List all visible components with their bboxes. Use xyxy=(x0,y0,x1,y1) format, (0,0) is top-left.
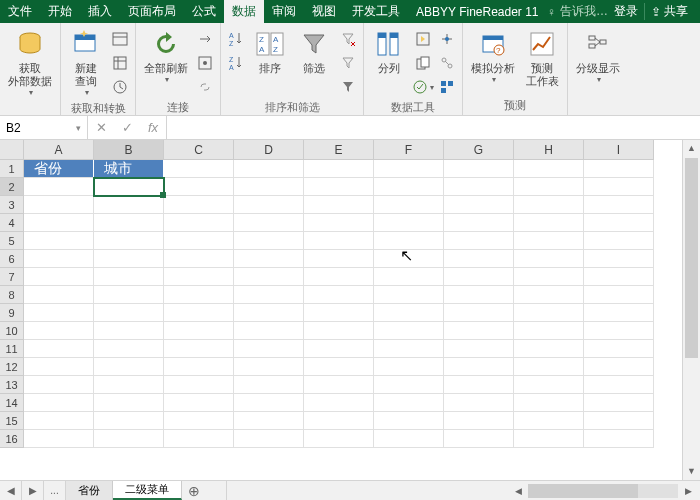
cell-H15[interactable] xyxy=(514,412,584,430)
cell-D14[interactable] xyxy=(234,394,304,412)
cell-A9[interactable] xyxy=(24,304,94,322)
cell-F9[interactable] xyxy=(374,304,444,322)
tab-home[interactable]: 开始 xyxy=(40,0,80,23)
cell-F16[interactable] xyxy=(374,430,444,448)
col-A[interactable]: A xyxy=(24,140,94,160)
share-button[interactable]: ⇪ 共享 xyxy=(644,3,694,20)
cell-H11[interactable] xyxy=(514,340,584,358)
cell-C3[interactable] xyxy=(164,196,234,214)
refresh-all-button[interactable]: 全部刷新 xyxy=(140,26,192,86)
cell-F4[interactable] xyxy=(374,214,444,232)
cell-D13[interactable] xyxy=(234,376,304,394)
cell-C14[interactable] xyxy=(164,394,234,412)
cell-E1[interactable] xyxy=(304,160,374,178)
formula-input[interactable] xyxy=(167,116,700,139)
cell-H14[interactable] xyxy=(514,394,584,412)
col-D[interactable]: D xyxy=(234,140,304,160)
cell-I3[interactable] xyxy=(584,196,654,214)
cell-B16[interactable] xyxy=(94,430,164,448)
cell-C6[interactable] xyxy=(164,250,234,268)
cell-F2[interactable] xyxy=(374,178,444,196)
cell-I7[interactable] xyxy=(584,268,654,286)
cell-F14[interactable] xyxy=(374,394,444,412)
cell-A7[interactable] xyxy=(24,268,94,286)
row-16[interactable]: 16 xyxy=(0,430,24,448)
cell-A4[interactable] xyxy=(24,214,94,232)
cell-C11[interactable] xyxy=(164,340,234,358)
scroll-thumb[interactable] xyxy=(685,158,698,358)
row-14[interactable]: 14 xyxy=(0,394,24,412)
cell-B3[interactable] xyxy=(94,196,164,214)
cell-F15[interactable] xyxy=(374,412,444,430)
tab-formulas[interactable]: 公式 xyxy=(184,0,224,23)
cell-H12[interactable] xyxy=(514,358,584,376)
cell-C5[interactable] xyxy=(164,232,234,250)
row-3[interactable]: 3 xyxy=(0,196,24,214)
row-12[interactable]: 12 xyxy=(0,358,24,376)
cell-B6[interactable] xyxy=(94,250,164,268)
cell-I4[interactable] xyxy=(584,214,654,232)
cell-I9[interactable] xyxy=(584,304,654,322)
scroll-up-icon[interactable]: ▲ xyxy=(683,140,700,157)
clear-filter-button[interactable] xyxy=(337,28,359,50)
cell-G14[interactable] xyxy=(444,394,514,412)
sheet-tab-provinces[interactable]: 省份 xyxy=(66,481,113,500)
cell-G6[interactable] xyxy=(444,250,514,268)
cell-B15[interactable] xyxy=(94,412,164,430)
cell-B14[interactable] xyxy=(94,394,164,412)
name-box[interactable]: B2 xyxy=(0,116,88,139)
cell-E2[interactable] xyxy=(304,178,374,196)
cell-D1[interactable] xyxy=(234,160,304,178)
cell-F12[interactable] xyxy=(374,358,444,376)
row-7[interactable]: 7 xyxy=(0,268,24,286)
vertical-scrollbar[interactable]: ▲ ▼ xyxy=(682,140,700,480)
cell-D6[interactable] xyxy=(234,250,304,268)
cell-H9[interactable] xyxy=(514,304,584,322)
sort-asc-button[interactable]: AZ xyxy=(225,28,247,50)
cell-A6[interactable] xyxy=(24,250,94,268)
edit-links-button[interactable] xyxy=(194,76,216,98)
cell-B10[interactable] xyxy=(94,322,164,340)
cell-I12[interactable] xyxy=(584,358,654,376)
fx-button[interactable]: fx xyxy=(140,120,166,135)
horizontal-scrollbar[interactable]: ◀ ▶ xyxy=(226,481,700,500)
tab-page-layout[interactable]: 页面布局 xyxy=(120,0,184,23)
cell-G1[interactable] xyxy=(444,160,514,178)
cell-E13[interactable] xyxy=(304,376,374,394)
cell-G8[interactable] xyxy=(444,286,514,304)
cell-B11[interactable] xyxy=(94,340,164,358)
cell-F1[interactable] xyxy=(374,160,444,178)
outline-button[interactable]: 分级显示 xyxy=(572,26,624,86)
cell-I14[interactable] xyxy=(584,394,654,412)
cell-G5[interactable] xyxy=(444,232,514,250)
hscroll-right-icon[interactable]: ▶ xyxy=(680,486,696,496)
row-2[interactable]: 2 xyxy=(0,178,24,196)
cell-E16[interactable] xyxy=(304,430,374,448)
cancel-formula-button[interactable]: ✕ xyxy=(88,120,114,135)
col-F[interactable]: F xyxy=(374,140,444,160)
col-B[interactable]: B xyxy=(94,140,164,160)
cell-B8[interactable] xyxy=(94,286,164,304)
tab-nav-prev[interactable]: ◀ xyxy=(0,481,22,500)
cell-I2[interactable] xyxy=(584,178,654,196)
col-C[interactable]: C xyxy=(164,140,234,160)
cell-C1[interactable] xyxy=(164,160,234,178)
cell-E10[interactable] xyxy=(304,322,374,340)
cell-D5[interactable] xyxy=(234,232,304,250)
cell-C4[interactable] xyxy=(164,214,234,232)
cell-E7[interactable] xyxy=(304,268,374,286)
cell-B13[interactable] xyxy=(94,376,164,394)
cell-G11[interactable] xyxy=(444,340,514,358)
cell-G10[interactable] xyxy=(444,322,514,340)
forecast-sheet-button[interactable]: 预测 工作表 xyxy=(521,26,563,90)
add-sheet-button[interactable]: ⊕ xyxy=(182,481,206,500)
cell-I8[interactable] xyxy=(584,286,654,304)
cell-G3[interactable] xyxy=(444,196,514,214)
col-G[interactable]: G xyxy=(444,140,514,160)
recent-sources-button[interactable] xyxy=(109,76,131,98)
col-E[interactable]: E xyxy=(304,140,374,160)
cell-F7[interactable] xyxy=(374,268,444,286)
cell-E5[interactable] xyxy=(304,232,374,250)
cell-A16[interactable] xyxy=(24,430,94,448)
tab-review[interactable]: 审阅 xyxy=(264,0,304,23)
